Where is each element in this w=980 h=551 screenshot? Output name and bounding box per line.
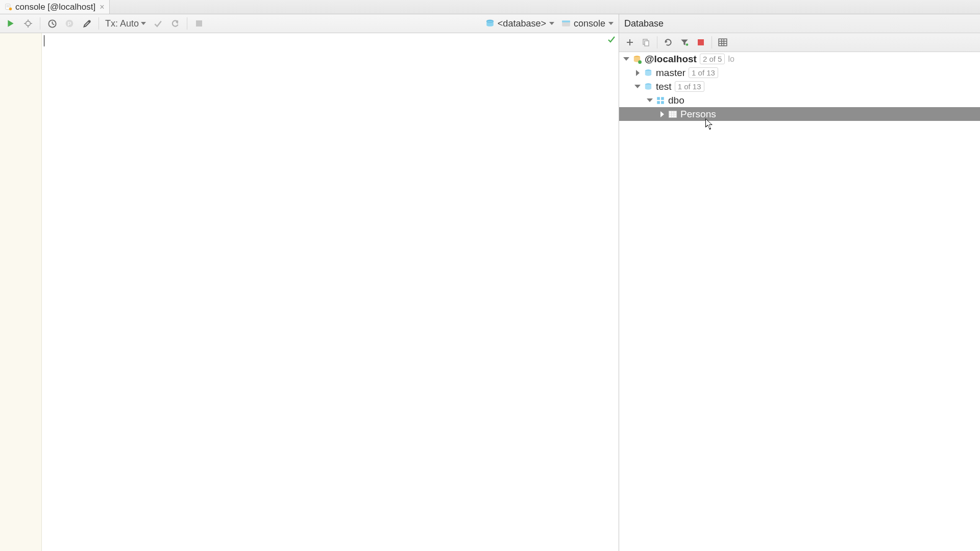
editor-gutter <box>0 33 42 551</box>
svg-rect-39 <box>661 97 664 100</box>
tx-mode-dropdown[interactable]: Tx: Auto <box>103 16 148 31</box>
text-caret <box>44 35 44 46</box>
svg-rect-41 <box>661 101 664 104</box>
table-view-button[interactable] <box>715 35 730 50</box>
chevron-down-icon <box>549 22 554 25</box>
tree-label: @localhost <box>645 54 697 65</box>
database-toolbar <box>619 33 980 52</box>
tree-label: dbo <box>668 95 684 106</box>
schema-icon <box>656 96 665 105</box>
separator <box>99 17 99 30</box>
tab-bar: console [@localhost] × <box>0 0 980 14</box>
svg-rect-21 <box>562 20 570 22</box>
stop-button[interactable] <box>191 16 207 31</box>
svg-point-27 <box>686 43 689 46</box>
chevron-down-icon <box>141 22 146 25</box>
run-button[interactable] <box>3 16 18 31</box>
history-button[interactable] <box>44 16 60 31</box>
separator <box>712 36 712 48</box>
tree-row-database[interactable]: master 1 of 13 <box>619 66 980 80</box>
stop-button[interactable] <box>693 35 708 50</box>
database-panel-header: Database <box>619 14 980 33</box>
count-badge: 2 of 5 <box>700 54 725 64</box>
duplicate-button[interactable] <box>639 35 654 50</box>
editor-toolbar: P Tx: Auto <databa <box>0 14 619 33</box>
tab-console-label: console [@localhost] <box>15 2 95 12</box>
tree-row-datasource[interactable]: @localhost 2 of 5 lo <box>619 52 980 66</box>
database-icon <box>644 68 653 78</box>
svg-point-3 <box>9 7 12 10</box>
svg-rect-17 <box>196 20 202 27</box>
svg-rect-38 <box>657 97 660 100</box>
database-icon <box>485 19 495 28</box>
status-ok-icon <box>607 35 616 46</box>
count-badge: 1 of 13 <box>689 67 718 78</box>
svg-rect-1 <box>7 5 9 6</box>
sql-editor[interactable] <box>0 33 619 551</box>
separator <box>40 17 40 30</box>
svg-rect-29 <box>719 39 727 46</box>
debug-button[interactable] <box>20 16 36 31</box>
settings-button[interactable] <box>79 16 94 31</box>
svg-point-5 <box>26 21 31 26</box>
console-icon <box>561 19 571 28</box>
console-label: console <box>574 18 605 29</box>
svg-point-35 <box>638 60 642 64</box>
svg-line-12 <box>52 23 54 24</box>
expand-icon[interactable] <box>634 70 641 76</box>
svg-marker-4 <box>8 20 13 27</box>
expand-icon[interactable] <box>647 97 653 104</box>
datasource-icon <box>632 55 642 64</box>
database-icon <box>644 82 653 91</box>
tree-row-table[interactable]: Persons <box>619 107 980 121</box>
tree-tail: lo <box>728 55 734 64</box>
refresh-button[interactable] <box>660 35 676 50</box>
tx-mode-label: Tx: Auto <box>105 18 139 29</box>
expand-icon[interactable] <box>634 84 641 90</box>
database-panel-title: Database <box>624 18 664 29</box>
svg-rect-42 <box>669 111 677 117</box>
svg-text:P: P <box>67 21 71 27</box>
count-badge: 1 of 13 <box>675 81 704 92</box>
add-button[interactable] <box>622 35 638 50</box>
separator <box>187 17 187 30</box>
separator <box>657 36 657 48</box>
tab-console[interactable]: console [@localhost] × <box>0 0 110 14</box>
svg-rect-28 <box>698 39 704 45</box>
editor-code-area[interactable] <box>42 33 619 551</box>
table-icon <box>668 110 677 119</box>
schema-label: <database> <box>498 18 546 29</box>
explain-button[interactable]: P <box>62 16 77 31</box>
chevron-down-icon <box>608 22 614 25</box>
expand-icon[interactable] <box>623 56 629 62</box>
svg-rect-25 <box>645 41 649 46</box>
console-dropdown[interactable]: console <box>559 16 616 31</box>
tree-row-schema[interactable]: dbo <box>619 93 980 107</box>
tree-label: master <box>656 67 685 79</box>
database-tree[interactable]: @localhost 2 of 5 lo master 1 of 13 <box>619 52 980 551</box>
console-file-icon <box>5 4 12 11</box>
schema-dropdown[interactable]: <database> <box>483 16 556 31</box>
expand-icon[interactable] <box>659 111 665 117</box>
svg-rect-40 <box>657 101 660 104</box>
commit-button[interactable] <box>150 16 165 31</box>
rollback-button[interactable] <box>167 16 183 31</box>
svg-point-15 <box>88 20 90 22</box>
tree-row-database[interactable]: test 1 of 13 <box>619 80 980 93</box>
tree-label: Persons <box>680 109 716 120</box>
svg-rect-2 <box>7 7 9 7</box>
filter-button[interactable] <box>677 35 692 50</box>
database-panel: @localhost 2 of 5 lo master 1 of 13 <box>619 33 980 551</box>
tree-label: test <box>656 81 672 92</box>
close-icon[interactable]: × <box>99 3 105 11</box>
